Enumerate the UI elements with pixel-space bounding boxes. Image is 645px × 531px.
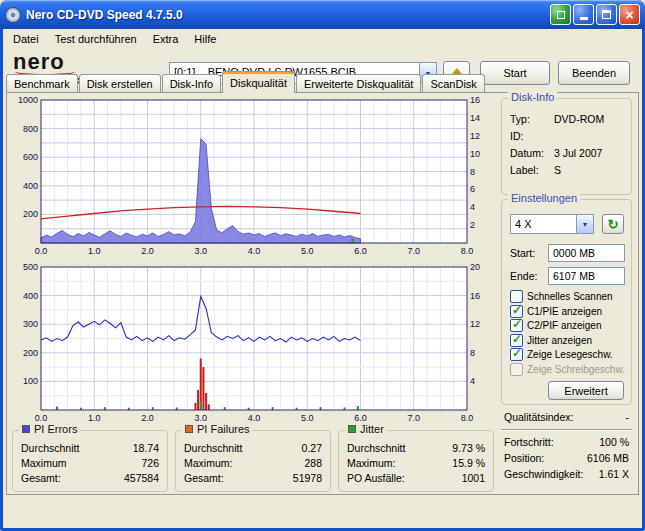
stat-row: Durchschnitt9.73 % [347, 441, 485, 456]
pi-failures-jitter-chart: 0.01.02.03.04.05.06.07.08.01002003004005… [9, 262, 491, 427]
separator [501, 429, 632, 431]
progress-row: Fortschritt:100 % [501, 436, 632, 448]
tab-disk-erstellen[interactable]: Disk erstellen [79, 74, 161, 92]
checkbox-icon [510, 348, 523, 361]
pi-errors-group-title: PI Errors [34, 423, 77, 435]
svg-text:3.0: 3.0 [194, 246, 207, 256]
menu-hilfe[interactable]: Hilfe [186, 31, 224, 47]
jitter-legend-swatch [348, 425, 356, 433]
svg-text:4: 4 [470, 376, 475, 386]
svg-text:200: 200 [23, 348, 38, 358]
stat-row: Maximum726 [21, 456, 159, 471]
stat-row: Maximum:288 [184, 456, 322, 471]
svg-text:600: 600 [23, 152, 38, 162]
svg-text:4.0: 4.0 [248, 413, 261, 423]
svg-text:0.0: 0.0 [35, 246, 48, 256]
settings-checkboxes: Schnelles Scannen C1/PIE anzeigen C2/PIF… [510, 290, 627, 377]
svg-text:6.0: 6.0 [354, 246, 367, 256]
pi-failures-group-title: PI Failures [197, 423, 250, 435]
svg-text:0.0: 0.0 [35, 413, 48, 423]
stat-row: Gesamt:51978 [184, 471, 322, 486]
refresh-button[interactable]: ↻ [602, 214, 624, 234]
start-position-input[interactable] [548, 244, 625, 262]
svg-text:2.0: 2.0 [141, 246, 154, 256]
titlebar[interactable]: Nero CD-DVD Speed 4.7.5.0 × [0, 0, 645, 29]
svg-text:500: 500 [23, 262, 38, 272]
pi-failures-group: PI Failures Durchschnitt0.27 Maximum:288… [175, 430, 331, 492]
jitter-group: Jitter Durchschnitt9.73 % Maximum:15.9 %… [338, 430, 494, 492]
pi-errors-group: PI Errors Durchschnitt18.74 Maximum726 G… [12, 430, 168, 492]
diskqualitaet-panel: 0.01.02.03.04.05.06.07.08.02004006008001… [6, 92, 639, 495]
menu-extra[interactable]: Extra [145, 31, 187, 47]
svg-text:8.0: 8.0 [461, 413, 474, 423]
quality-index-value: - [626, 411, 630, 423]
svg-text:5.0: 5.0 [301, 246, 314, 256]
checkbox-icon [510, 319, 523, 332]
end-position-input[interactable] [548, 267, 625, 285]
svg-text:800: 800 [23, 124, 38, 134]
scan-speed-value: 4 X [511, 215, 576, 233]
menu-test-durchfuehren[interactable]: Test durchführen [47, 31, 145, 47]
svg-text:5.0: 5.0 [301, 413, 314, 423]
checkbox-zeige-lesegeschw[interactable]: Zeige Lesegeschw. [510, 348, 627, 361]
close-icon: × [625, 6, 633, 24]
checkbox-zeige-schreibgeschw[interactable]: Zeige Schreibgeschw. [510, 363, 627, 376]
disk-info-title: Disk-Info [508, 91, 557, 103]
svg-text:16: 16 [470, 291, 480, 301]
disc-icon [5, 7, 21, 23]
end-field-label: Ende: [510, 270, 537, 282]
svg-text:100: 100 [23, 376, 38, 386]
minimize-icon [580, 17, 588, 20]
start-field-label: Start: [510, 247, 535, 259]
disk-info-row: Label:S [510, 163, 631, 177]
svg-text:8: 8 [470, 167, 475, 177]
settings-group: Einstellungen 4 X ▼ ↻ Start: Ende: Schne… [501, 199, 632, 405]
window-title: Nero CD-DVD Speed 4.7.5.0 [26, 8, 548, 22]
maximize-icon [602, 10, 611, 19]
disk-info-row: Datum:3 Jul 2007 [510, 146, 631, 160]
svg-text:200: 200 [23, 209, 38, 219]
maximize-button[interactable] [596, 4, 617, 25]
minimize-button[interactable] [573, 4, 594, 25]
checkbox-jitter-anzeigen[interactable]: Jitter anzeigen [510, 334, 627, 347]
tab-diskqualitaet[interactable]: Diskqualität [222, 71, 295, 93]
tab-erweiterte-diskqualitaet[interactable]: Erweiterte Diskqualität [296, 74, 421, 92]
menu-datei[interactable]: Datei [5, 31, 47, 47]
pi-errors-legend-swatch [22, 425, 30, 433]
disk-info-group: Disk-Info Typ:DVD-ROM ID: Datum:3 Jul 20… [501, 98, 632, 195]
refresh-icon: ↻ [608, 217, 619, 232]
svg-text:12: 12 [470, 131, 480, 141]
checkbox-icon [510, 290, 523, 303]
svg-text:3.0: 3.0 [194, 413, 207, 423]
tab-scandisk[interactable]: ScanDisk [422, 74, 484, 92]
stat-row: Gesamt:457584 [21, 471, 159, 486]
tab-disk-info[interactable]: Disk-Info [162, 74, 221, 92]
checkbox-c1-pie-anzeigen[interactable]: C1/PIE anzeigen [510, 305, 627, 318]
checkbox-schnelles-scannen[interactable]: Schnelles Scannen [510, 290, 627, 303]
svg-text:8.0: 8.0 [461, 246, 474, 256]
app-window: Nero CD-DVD Speed 4.7.5.0 × Datei Test d… [0, 0, 645, 531]
green-window-button[interactable] [550, 4, 571, 25]
chevron-down-icon[interactable]: ▼ [576, 215, 593, 233]
stat-row: Maximum:15.9 % [347, 456, 485, 471]
pi-errors-chart: 0.01.02.03.04.05.06.07.08.02004006008001… [9, 95, 491, 260]
stat-row: Durchschnitt0.27 [184, 441, 322, 456]
disk-info-row: Typ:DVD-ROM [510, 112, 631, 126]
menubar: Datei Test durchführen Extra Hilfe [3, 29, 642, 48]
nero-wordmark: nero [13, 51, 163, 73]
settings-title: Einstellungen [508, 192, 580, 204]
checkbox-icon [510, 334, 523, 347]
checkbox-c2-pif-anzeigen[interactable]: C2/PIF anzeigen [510, 319, 627, 332]
svg-text:6: 6 [470, 184, 475, 194]
close-button[interactable]: × [619, 4, 640, 25]
scan-speed-select[interactable]: 4 X ▼ [510, 214, 594, 234]
svg-text:10: 10 [470, 149, 480, 159]
svg-text:4.0: 4.0 [248, 246, 261, 256]
svg-text:6.0: 6.0 [354, 413, 367, 423]
svg-text:400: 400 [23, 181, 38, 191]
stat-row: PO Ausfälle:1001 [347, 471, 485, 486]
disk-info-row: ID: [510, 129, 631, 143]
tab-benchmark[interactable]: Benchmark [6, 74, 78, 92]
advanced-button[interactable]: Erweitert [548, 381, 624, 400]
svg-text:300: 300 [23, 319, 38, 329]
